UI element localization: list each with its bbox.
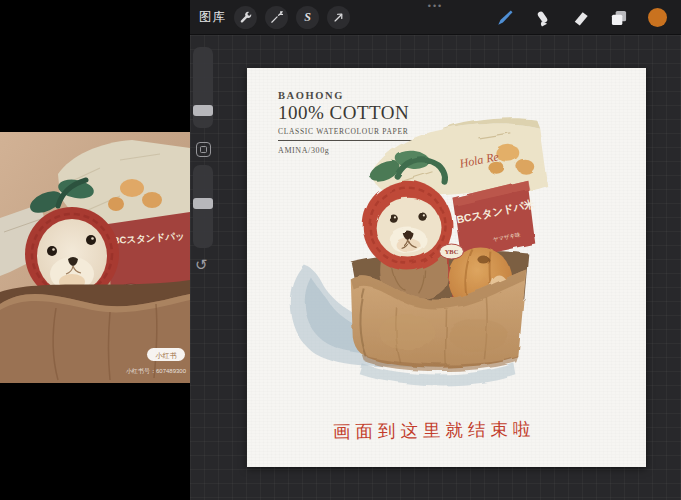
watercolor-painting: Hola Re BCスタンドパ米 ヤマザキ味 YBC (247, 68, 646, 467)
reference-photo[interactable]: BCスタンドパッ YBC ヤマザキビスケット (0, 132, 190, 383)
magic-wand-icon (269, 10, 284, 25)
handwritten-caption: 画面到这里就结束啦 (333, 416, 583, 443)
procreate-app: 图库 S (190, 0, 681, 500)
color-button[interactable] (645, 6, 669, 30)
gallery-button[interactable]: 图库 (199, 9, 226, 26)
undo-button[interactable]: ↺ (195, 256, 208, 274)
wrench-icon (238, 10, 253, 25)
brush-size-handle[interactable] (193, 105, 213, 116)
reference-photo-panel: BCスタンドパッ YBC ヤマザキビスケット (0, 0, 190, 500)
painting-bear-face (376, 198, 442, 258)
smudge-button[interactable] (531, 6, 555, 30)
photo-bear-eye-left (47, 246, 57, 256)
painting-ybc-badge: YBC (445, 248, 459, 255)
brush-size-slider[interactable] (193, 47, 213, 128)
layers-icon (609, 8, 629, 28)
transform-arrow-icon (331, 10, 346, 25)
smudge-icon (533, 8, 553, 28)
top-toolbar: 图库 S (190, 0, 681, 35)
eraser-icon (571, 8, 591, 28)
photo-bear-eye-right (86, 235, 96, 245)
screen: BCスタンドパッ YBC ヤマザキビスケット (0, 0, 681, 500)
brush-icon (495, 8, 515, 28)
brush-button[interactable] (493, 6, 517, 30)
paint-tools (493, 0, 669, 35)
canvas-area: ↺ BAOHONG 100% COTTON CLASSIC WATERCOLOU… (190, 35, 681, 500)
eraser-button[interactable] (569, 6, 593, 30)
layers-button[interactable] (607, 6, 631, 30)
color-swatch (648, 8, 667, 27)
modify-button[interactable] (196, 142, 211, 157)
watermark-id: 小红书号：607489300 (126, 367, 187, 374)
watermark-badge: 小红书 (156, 352, 177, 360)
opacity-slider[interactable] (193, 165, 213, 248)
opacity-handle[interactable] (193, 198, 213, 209)
artwork-canvas[interactable]: BAOHONG 100% COTTON CLASSIC WATERCOLOUR … (247, 68, 646, 467)
selection-s-icon: S (304, 10, 311, 25)
